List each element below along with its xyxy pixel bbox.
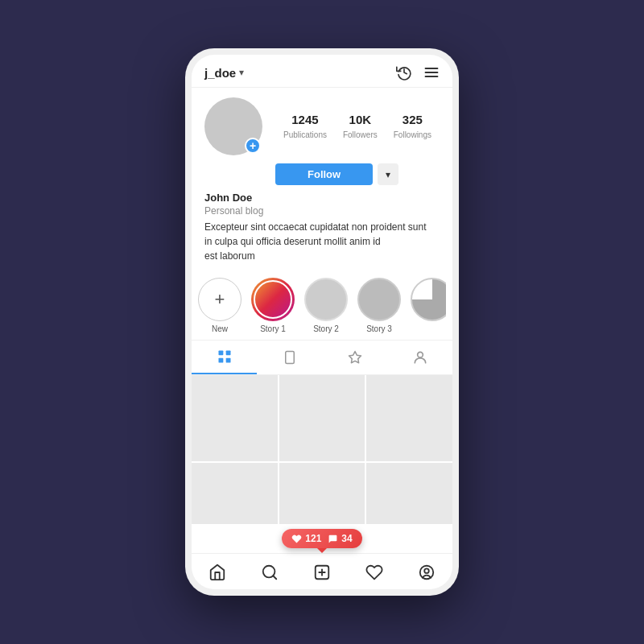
follow-dropdown-button[interactable]: ▾: [378, 163, 398, 185]
followers-stat: 10K Followers: [343, 113, 378, 141]
notification-area: 121 34: [192, 524, 452, 553]
profile-name: John Doe: [204, 192, 440, 204]
dropdown-chevron-icon[interactable]: ▾: [239, 67, 244, 78]
comments-notification: 34: [328, 533, 352, 544]
history-icon[interactable]: [396, 64, 412, 80]
avatar-wrapper: +: [204, 97, 262, 155]
grid-cell[interactable]: [366, 375, 452, 461]
svg-rect-3: [218, 351, 223, 356]
svg-point-16: [424, 568, 429, 573]
story-2-label: Story 2: [313, 324, 339, 333]
username-label: j_doe: [204, 66, 236, 80]
nav-search[interactable]: [244, 560, 296, 584]
tab-portrait[interactable]: [257, 341, 322, 374]
header-right: [396, 64, 440, 80]
story-1-item[interactable]: Story 1: [251, 278, 295, 333]
grid-cell[interactable]: [366, 463, 452, 524]
nav-add[interactable]: [296, 560, 349, 584]
svg-rect-6: [225, 358, 230, 363]
profile-bio-type: Personal blog: [204, 205, 440, 217]
stats-row: 1245 Publications 10K Followers 325 Foll…: [275, 113, 440, 141]
notification-bubble: 121 34: [282, 529, 361, 548]
profile-top: + 1245 Publications 10K Followers 325 Fo…: [204, 97, 440, 155]
header: j_doe ▾: [192, 55, 452, 88]
tab-tag[interactable]: [387, 341, 452, 374]
nav-home[interactable]: [192, 560, 244, 584]
menu-icon[interactable]: [423, 64, 440, 80]
stories-section: + New Story 1 Story 2: [192, 270, 452, 341]
comments-count: 34: [341, 533, 352, 544]
followings-stat: 325 Followings: [394, 113, 431, 141]
profile-bio: Excepteur sint occaecat cupidatat non pr…: [204, 220, 440, 263]
svg-rect-7: [285, 352, 294, 364]
story-new-circle: +: [198, 278, 242, 321]
phone-frame: j_doe ▾: [185, 48, 459, 596]
header-left: j_doe ▾: [204, 66, 244, 80]
story-3-circle: [357, 278, 401, 321]
stories-row: + New Story 1 Story 2: [198, 278, 446, 336]
add-photo-button[interactable]: +: [245, 138, 261, 154]
follow-button[interactable]: Follow: [275, 163, 373, 185]
grid-cell[interactable]: [279, 375, 365, 461]
story-3-label: Story 3: [366, 324, 392, 333]
svg-rect-4: [225, 351, 230, 356]
followings-label: Followings: [394, 130, 431, 139]
publications-count: 1245: [283, 113, 327, 126]
story-new-item[interactable]: + New: [198, 278, 242, 333]
likes-notification: 121: [291, 533, 321, 544]
followings-count: 325: [394, 113, 431, 126]
story-2-item[interactable]: Story 2: [304, 278, 348, 333]
story-3-item[interactable]: Story 3: [357, 278, 401, 333]
followers-label: Followers: [343, 130, 378, 139]
action-row: Follow ▾: [204, 163, 440, 185]
svg-rect-5: [218, 358, 223, 363]
grid-cell[interactable]: [279, 463, 365, 524]
story-4-item[interactable]: [411, 278, 446, 333]
tab-grid[interactable]: [192, 341, 257, 374]
svg-point-9: [417, 352, 423, 357]
publications-label: Publications: [283, 130, 327, 139]
nav-profile[interactable]: [400, 560, 452, 584]
tabs-row: [192, 341, 452, 375]
svg-line-11: [273, 576, 276, 579]
story-4-circle: [411, 278, 446, 321]
likes-count: 121: [305, 533, 321, 544]
story-2-circle: [304, 278, 348, 321]
nav-heart[interactable]: [348, 560, 400, 584]
story-1-label: Story 1: [260, 324, 286, 333]
photo-grid: [192, 375, 452, 524]
screen: j_doe ▾: [192, 55, 452, 589]
svg-marker-8: [349, 352, 361, 363]
profile-section: + 1245 Publications 10K Followers 325 Fo…: [192, 88, 452, 270]
grid-cell[interactable]: [192, 463, 278, 524]
tab-bookmark[interactable]: [322, 341, 387, 374]
story-1-circle: [251, 278, 295, 321]
story-new-label: New: [212, 324, 228, 333]
followers-count: 10K: [343, 113, 378, 126]
grid-cell[interactable]: [192, 375, 278, 461]
story-1-inner: [254, 280, 292, 319]
publications-stat: 1245 Publications: [283, 113, 327, 141]
bottom-nav: [192, 553, 452, 589]
